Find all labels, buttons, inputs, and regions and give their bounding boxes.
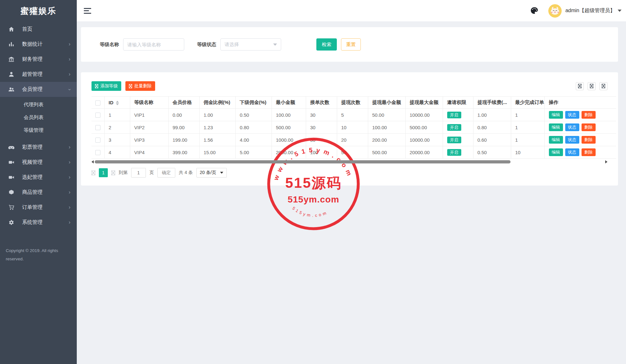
page-size-value: 20 条/页	[200, 170, 216, 176]
sidebar-item-5[interactable]: 会员管理›	[0, 82, 77, 97]
sort-icon[interactable]	[116, 101, 119, 105]
sidebar-item-label: 超管管理	[22, 71, 69, 78]
column-header: 会员价格	[168, 97, 199, 109]
row-checkbox[interactable]	[95, 125, 100, 130]
cell-price: 0.00	[168, 109, 199, 121]
page-jump-confirm-button[interactable]: 确定	[157, 168, 175, 178]
cell-withdraw_max: 10000.00	[405, 109, 443, 121]
cell-fee: 0.50	[473, 146, 511, 159]
select-all-checkbox[interactable]	[95, 100, 100, 106]
cell-sub_commission: 0.80	[235, 121, 272, 134]
delete-button[interactable]: 删除	[582, 136, 596, 144]
cell-min_amount: 2000.00	[272, 146, 306, 159]
column-header[interactable]: ID	[104, 97, 130, 109]
refresh-icon[interactable]	[576, 82, 584, 90]
cell-name: VIP2	[130, 121, 168, 134]
table-row: 3VIP3199.001.564.001000.003020200.001000…	[91, 134, 616, 146]
user-icon	[8, 71, 14, 78]
cell-commission: 1.00	[199, 109, 235, 121]
sidebar-item-4[interactable]: 超管管理›	[0, 67, 77, 82]
cube-icon	[8, 189, 14, 196]
scroll-left-arrow-icon[interactable]	[91, 160, 94, 163]
user-dropdown[interactable]: admin【超级管理员】	[565, 7, 615, 14]
export-icon[interactable]	[599, 82, 607, 90]
edit-button[interactable]: 编辑	[549, 123, 563, 131]
reset-button[interactable]: 重置	[341, 38, 361, 51]
delete-button[interactable]: 删除	[582, 148, 596, 156]
current-page-button[interactable]: 1	[99, 168, 108, 177]
batch-delete-button[interactable]: 批量删除	[125, 81, 155, 91]
sidebar-item-label: 选妃管理	[22, 174, 69, 181]
invite-status-badge: 开启	[447, 149, 461, 156]
row-checkbox[interactable]	[95, 138, 100, 143]
sidebar-item-8[interactable]: 选妃管理›	[0, 170, 77, 185]
sidebar-item-3[interactable]: 财务管理›	[0, 52, 77, 67]
sidebar-item-1[interactable]: 首页	[0, 22, 77, 37]
cell-actions: 编辑状态删除	[544, 121, 616, 134]
column-header: 提现最大金额	[405, 97, 443, 109]
page-jump-input[interactable]	[131, 168, 146, 178]
horizontal-scrollbar-thumb[interactable]	[95, 160, 511, 163]
sidebar-menu: 首页数据统计›财务管理›超管管理›会员管理›代理列表会员列表等级管理彩票管理›视…	[0, 22, 77, 230]
theme-palette-icon[interactable]	[530, 6, 539, 15]
sidebar-subitem[interactable]: 代理列表	[0, 98, 77, 111]
cell-min_amount: 500.00	[272, 121, 306, 134]
content: 等级名称 等级状态 请选择 检索 重置 添加等级 批量删除	[77, 22, 626, 186]
sidebar-item-label: 会员管理	[22, 86, 69, 93]
cart-icon	[8, 204, 14, 211]
cell-withdraw_count: 10	[337, 121, 368, 134]
cell-min_orders: 10	[511, 146, 544, 159]
page-size-select[interactable]: 20 条/页	[196, 168, 227, 178]
delete-button[interactable]: 删除	[582, 123, 596, 131]
next-page-button[interactable]	[111, 170, 115, 175]
table-row: 1VIP10.001.000.50100.0030550.0010000.00开…	[91, 109, 616, 121]
cell-withdraw_count: 5	[337, 109, 368, 121]
level-status-label: 等级状态	[197, 42, 216, 48]
total-count-label: 共 4 条	[179, 170, 193, 176]
sidebar-item-11[interactable]: 系统管理›	[0, 215, 77, 230]
scroll-right-arrow-icon[interactable]	[605, 160, 607, 163]
cell-invite: 开启	[443, 109, 473, 121]
cell-withdraw_count: 50	[337, 146, 368, 159]
sidebar-subitem[interactable]: 等级管理	[0, 124, 77, 137]
level-status-value: 请选择	[225, 42, 239, 48]
cell-withdraw_min: 200.00	[368, 134, 405, 146]
row-checkbox[interactable]	[95, 150, 100, 155]
row-checkbox[interactable]	[95, 113, 100, 118]
status-button[interactable]: 状态	[565, 111, 579, 119]
status-button[interactable]: 状态	[565, 148, 579, 156]
chevron-right-icon: ›	[69, 205, 70, 210]
prev-page-button[interactable]	[91, 170, 95, 175]
delete-button[interactable]: 删除	[582, 111, 596, 119]
page-unit-label: 页	[149, 170, 154, 176]
edit-button[interactable]: 编辑	[549, 111, 563, 119]
sidebar-item-9[interactable]: 商品管理›	[0, 185, 77, 200]
edit-button[interactable]: 编辑	[549, 148, 563, 156]
chevron-right-icon: ›	[69, 190, 70, 195]
edit-button[interactable]: 编辑	[549, 136, 563, 144]
search-button[interactable]: 检索	[316, 38, 337, 51]
pagination: 1 到第 页 确定 共 4 条 20 条/页	[91, 168, 607, 178]
sidebar-item-label: 彩票管理	[22, 144, 69, 151]
add-level-button[interactable]: 添加等级	[91, 81, 121, 91]
sidebar-toggle-icon[interactable]	[84, 8, 92, 14]
status-button[interactable]: 状态	[565, 136, 579, 144]
sidebar-item-2[interactable]: 数据统计›	[0, 37, 77, 52]
column-header: 最少完成订单	[511, 97, 544, 109]
cell-fee: 0.60	[473, 134, 511, 146]
chevron-down-icon[interactable]	[618, 10, 622, 12]
status-button[interactable]: 状态	[565, 123, 579, 131]
table-row: 2VIP299.001.230.80500.003010100.005000.0…	[91, 121, 616, 134]
sidebar-item-10[interactable]: 订单管理›	[0, 200, 77, 215]
sidebar-subitem[interactable]: 会员列表	[0, 111, 77, 124]
cell-id: 2	[104, 121, 130, 134]
sidebar-item-6[interactable]: 彩票管理›	[0, 140, 77, 155]
cell-min_amount: 1000.00	[272, 134, 306, 146]
level-name-label: 等级名称	[100, 42, 119, 48]
filter-columns-icon[interactable]	[588, 82, 596, 90]
column-header: 等级名称	[130, 97, 168, 109]
level-name-input[interactable]	[123, 38, 184, 51]
level-status-select[interactable]: 请选择	[220, 38, 281, 51]
sidebar-item-7[interactable]: 视频管理›	[0, 155, 77, 170]
user-avatar[interactable]	[548, 4, 562, 18]
